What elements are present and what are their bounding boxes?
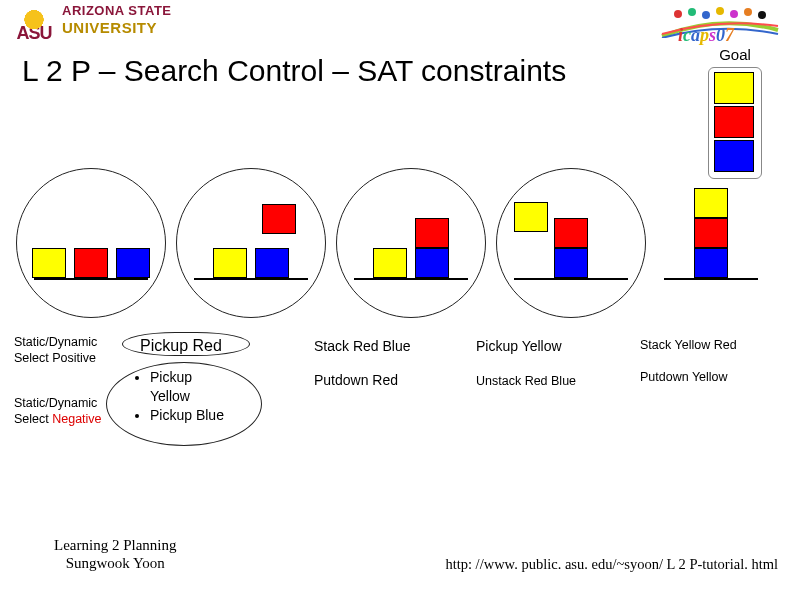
block-yellow — [32, 248, 66, 278]
footer-url: http: //www. public. asu. edu/~syoon/ L … — [445, 556, 778, 573]
goal-block-yellow — [714, 72, 754, 104]
svg-point-3 — [716, 7, 724, 15]
svg-point-6 — [758, 11, 766, 19]
state-3 — [336, 168, 486, 318]
asu-wordmark: ARIZONA STATE UNIVERSITY — [62, 4, 172, 35]
state-5 — [656, 168, 766, 318]
blocks-row — [16, 248, 166, 278]
block-blue — [415, 248, 449, 278]
state-1 — [16, 168, 166, 318]
state-frame — [176, 168, 326, 318]
action-positive-2: Stack Red Blue — [314, 338, 411, 356]
block-red-floating — [262, 204, 296, 234]
block-red — [694, 218, 728, 248]
goal-stack — [708, 67, 762, 179]
blocks-row — [336, 218, 486, 278]
header-bar: ASU ARIZONA STATE UNIVERSITY — [8, 4, 172, 42]
stack-col — [415, 218, 449, 278]
asu-line1: ARIZONA STATE — [62, 4, 172, 18]
svg-point-4 — [730, 10, 738, 18]
stack-col — [373, 218, 407, 278]
block-yellow — [373, 248, 407, 278]
block-yellow — [694, 188, 728, 218]
page-title: L 2 P – Search Control – SAT constraints — [22, 54, 566, 87]
goal-block-red — [714, 106, 754, 138]
block-red — [415, 218, 449, 248]
blocks-row — [656, 188, 766, 278]
svg-point-0 — [674, 10, 682, 18]
ground-line — [514, 278, 628, 280]
footer-author: Learning 2 Planning Sungwook Yoon — [54, 536, 176, 574]
asu-logo: ASU ARIZONA STATE UNIVERSITY — [8, 4, 172, 42]
state-2 — [176, 168, 326, 318]
action-negative-4: Putdown Yellow — [640, 370, 728, 386]
state-frame — [16, 168, 166, 318]
action-positive-3: Pickup Yellow — [476, 338, 562, 356]
block-yellow — [213, 248, 247, 278]
conference-text: icaps07 — [678, 26, 734, 44]
stack-col — [554, 218, 588, 278]
blocks-row — [176, 248, 326, 278]
action-positive-4: Stack Yellow Red — [640, 338, 737, 354]
asu-sunburst-icon: ASU — [8, 4, 60, 42]
block-red — [554, 218, 588, 248]
action-negative-2: Putdown Red — [314, 372, 398, 390]
goal-region: Goal — [698, 46, 772, 179]
action-positive-1: Pickup Red — [140, 336, 222, 356]
block-blue — [116, 248, 150, 278]
svg-point-1 — [688, 8, 696, 16]
state-4 — [496, 168, 646, 318]
block-blue — [554, 248, 588, 278]
block-red — [74, 248, 108, 278]
ground-line — [34, 278, 148, 280]
asu-line2: UNIVERSITY — [62, 20, 172, 35]
block-yellow-floating — [514, 202, 548, 232]
conference-logo: icaps07 — [660, 6, 780, 46]
action-negative-1: Pickup Yellow Pickup Blue — [134, 368, 224, 425]
ground-line — [354, 278, 468, 280]
label-select-positive: Static/Dynamic Select Positive — [14, 335, 124, 366]
ground-line — [664, 278, 758, 280]
svg-point-5 — [744, 8, 752, 16]
ground-line — [194, 278, 308, 280]
stack-col — [694, 188, 728, 278]
action-negative-3: Unstack Red Blue — [476, 374, 576, 390]
goal-label: Goal — [698, 46, 772, 63]
block-blue — [255, 248, 289, 278]
svg-point-2 — [702, 11, 710, 19]
state-sequence — [16, 168, 784, 318]
block-blue — [694, 248, 728, 278]
